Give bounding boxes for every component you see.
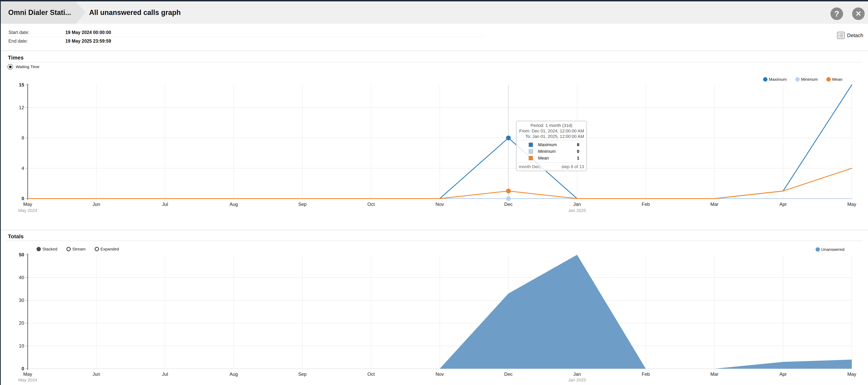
totals-section-title: Totals: [8, 233, 24, 240]
svg-text:20: 20: [19, 320, 24, 326]
legend-label: Minimum: [801, 77, 818, 82]
svg-text:Dec: Dec: [504, 372, 513, 377]
help-icon[interactable]: ?: [831, 7, 843, 20]
series-swatch-icon: [529, 149, 533, 154]
tooltip-separator: [519, 140, 584, 141]
waiting-time-label: Waiting Time: [16, 64, 39, 69]
detach-button[interactable]: Detach: [837, 29, 863, 41]
legend-label: Unanswered: [821, 247, 844, 252]
svg-text:15: 15: [19, 82, 24, 87]
tooltip-series-value: 8: [577, 142, 579, 147]
legend-item-unanswered[interactable]: Unanswered: [815, 247, 844, 252]
svg-text:Feb: Feb: [642, 372, 650, 377]
legend-dot-icon: [795, 77, 800, 82]
left-window-bar: [0, 0, 1, 385]
radio-ring-icon: [7, 64, 13, 69]
svg-text:Jan 2025: Jan 2025: [568, 378, 586, 382]
svg-text:Sep: Sep: [298, 202, 307, 207]
section-divider: [0, 50, 868, 51]
times-legend: MaximumMinimumMean: [763, 77, 842, 82]
tooltip-series-value: 1: [577, 155, 579, 161]
svg-text:May 2024: May 2024: [18, 378, 37, 382]
tooltip-row: Mean1: [519, 155, 584, 161]
svg-text:May: May: [847, 372, 856, 377]
svg-text:Mar: Mar: [710, 372, 718, 377]
date-row-divider: [6, 37, 485, 37]
page-title: All unanswered calls graph: [89, 1, 181, 24]
svg-text:4: 4: [22, 166, 24, 171]
svg-text:Aug: Aug: [229, 202, 238, 207]
times-heading-rule: [6, 62, 862, 62]
svg-text:Aug: Aug: [229, 372, 238, 377]
svg-text:10: 10: [19, 343, 24, 349]
svg-text:50: 50: [19, 252, 24, 257]
tooltip-row: Minimum0: [519, 148, 584, 155]
tooltip-to: To: Jan 01, 2025, 12:00:00 AM: [519, 134, 584, 139]
chart-tooltip: Period: 1 month (31d) From: Dec 01, 2024…: [516, 121, 587, 171]
close-icon[interactable]: ✕: [852, 7, 865, 20]
svg-text:Oct: Oct: [367, 372, 375, 377]
waiting-time-radio[interactable]: Waiting Time: [7, 64, 39, 69]
svg-text:Sep: Sep: [298, 372, 307, 377]
legend-dot-icon: [763, 77, 768, 82]
tooltip-footer: month Dec, step 8 of 13: [519, 164, 584, 170]
top-window-bar: [0, 0, 868, 1]
svg-text:0: 0: [22, 196, 24, 201]
start-date-value: 19 May 2024 00:00:00: [65, 30, 111, 35]
tooltip-from: From: Dec 01, 2024, 12:00:00 AM: [519, 128, 584, 134]
svg-text:Jun: Jun: [93, 202, 100, 207]
tooltip-footer-left: month Dec,: [519, 164, 541, 170]
svg-text:Jul: Jul: [162, 372, 168, 377]
svg-text:Jan: Jan: [573, 372, 581, 377]
svg-text:30: 30: [19, 298, 24, 303]
tooltip-series-name: Maximum: [538, 142, 557, 147]
svg-text:Jun: Jun: [93, 372, 100, 377]
legend-label: Maximum: [769, 77, 787, 82]
svg-text:Dec: Dec: [504, 202, 513, 207]
svg-text:Apr: Apr: [779, 372, 787, 377]
totals-chart[interactable]: 01020304050MayJunJulAugSepOctNovDecJanFe…: [0, 247, 868, 385]
tooltip-period: Period: 1 month (31d): [519, 123, 584, 128]
svg-text:Oct: Oct: [367, 202, 375, 207]
tab-omni-dialer-statistics[interactable]: Omni Dialer Stati...: [1, 1, 86, 24]
svg-text:12: 12: [19, 105, 24, 110]
tooltip-series-value: 0: [577, 149, 579, 154]
legend-dot-icon: [826, 77, 831, 82]
end-date-label: End date:: [8, 38, 28, 44]
svg-text:May: May: [23, 202, 32, 207]
svg-text:Nov: Nov: [436, 372, 444, 377]
svg-text:May: May: [23, 372, 32, 377]
series-swatch-icon: [529, 156, 533, 160]
tooltip-rows: Maximum8Minimum0Mean1: [519, 142, 584, 161]
tab-label: Omni Dialer Stati...: [8, 1, 71, 24]
svg-text:8: 8: [22, 135, 24, 141]
end-date-value: 19 May 2025 23:59:59: [65, 38, 111, 44]
svg-text:Jan 2025: Jan 2025: [568, 208, 586, 213]
tooltip-series-name: Mean: [538, 155, 549, 161]
svg-text:Feb: Feb: [642, 202, 650, 207]
svg-text:Apr: Apr: [779, 202, 787, 207]
totals-legend: Unanswered: [815, 247, 844, 252]
start-date-label: Start date:: [8, 30, 29, 35]
tooltip-row: Maximum8: [519, 142, 584, 148]
legend-label: Mean: [832, 77, 842, 82]
detach-list-icon: [837, 32, 845, 39]
legend-dot-icon: [815, 247, 820, 251]
times-section-title: Times: [8, 55, 24, 61]
legend-item-maximum[interactable]: Maximum: [763, 77, 787, 82]
legend-item-minimum[interactable]: Minimum: [795, 77, 818, 82]
svg-text:May 2024: May 2024: [18, 208, 37, 213]
svg-text:Nov: Nov: [436, 202, 444, 207]
svg-text:40: 40: [19, 275, 24, 280]
svg-text:Mar: Mar: [710, 202, 718, 207]
svg-text:Jul: Jul: [162, 202, 168, 207]
svg-text:0: 0: [22, 366, 24, 371]
svg-text:Jan: Jan: [573, 202, 581, 207]
times-chart[interactable]: 0481215MayJunJulAugSepOctNovDecJanFebMar…: [0, 79, 868, 216]
series-swatch-icon: [529, 143, 533, 147]
header: Omni Dialer Stati... All unanswered call…: [0, 1, 868, 24]
tooltip-footer-right: step 8 of 13: [561, 164, 584, 170]
legend-item-mean[interactable]: Mean: [826, 77, 842, 82]
section-divider: [0, 230, 868, 230]
svg-text:May: May: [847, 202, 856, 207]
